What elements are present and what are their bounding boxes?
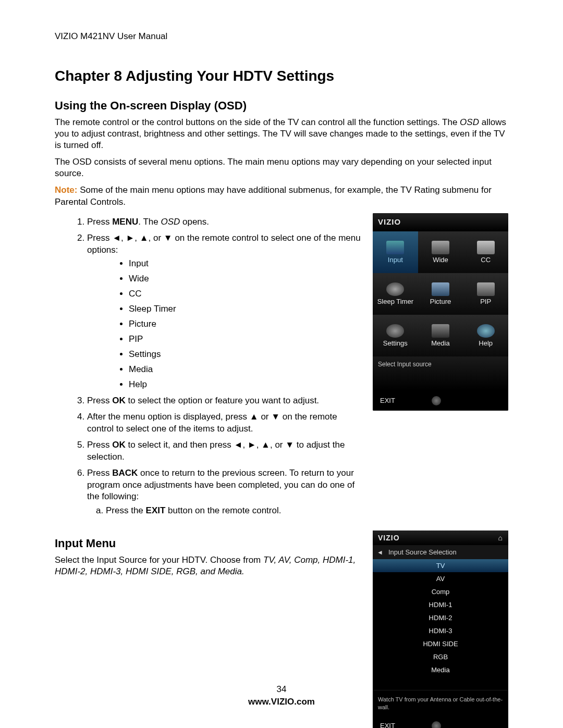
isrc-item-hdmi2[interactable]: HDMI-2 [373,611,508,624]
gear-icon [386,324,404,338]
home-icon[interactable] [432,721,441,728]
text: Press the [106,505,146,515]
osd-cell-label: Wide [433,256,448,264]
isrc-item-hdmi3[interactable]: HDMI-3 [373,624,508,637]
bullet-item: Help [129,379,362,391]
isrc-item-hdmi1[interactable]: HDMI-1 [373,598,508,611]
wide-icon [432,241,449,254]
isrc-brand-label: VIZIO [378,534,400,542]
osd-cell-media[interactable]: Media [418,315,463,356]
osd-cell-label: CC [481,256,491,264]
note-text: Some of the main menu options may have a… [55,185,492,206]
osd-cell-wide[interactable]: Wide [418,231,463,273]
text: The remote control or the control button… [55,117,460,127]
osd-cell-label: Input [388,256,403,264]
note-label: Note: [55,185,77,195]
osd-paragraph-1: The remote control or the control button… [55,117,508,151]
osd-cell-picture[interactable]: Picture [418,273,463,315]
osd-steps-row: Press MENU. The OSD opens. Press ◄, ►, ▲… [55,213,508,522]
isrc-title-label: Input Source Selection [388,548,457,556]
exit-button[interactable]: EXIT [380,722,395,728]
text: Press ◄, ►, ▲, or ▼ on the remote contro… [87,233,361,255]
sub-step-a: Press the EXIT button on the remote cont… [106,505,362,517]
isrc-item-media[interactable]: Media [373,663,508,676]
text: Press [87,396,112,405]
isrc-item-comp[interactable]: Comp [373,585,508,598]
input-menu-paragraph: Select the Input Source for your HDTV. C… [55,554,362,577]
clock-icon [386,282,404,296]
osd-main-menu-screenshot: VIZIO Input Wide CC Sleep Timer [373,213,508,411]
input-menu-text-col: Input Menu Select the Input Source for y… [55,530,362,583]
text-bold: EXIT [146,505,166,515]
osd-status-text: Select Input source [373,356,508,391]
bullet-item: Wide [129,273,362,285]
text-bold: MENU [112,217,138,227]
osd-cell-sleep-timer[interactable]: Sleep Timer [373,273,418,315]
isrc-item-rgb[interactable]: RGB [373,650,508,663]
text-italic: OSD [161,217,180,227]
back-arrow-icon[interactable]: ◄ [377,549,383,556]
isrc-item-hdmi-side[interactable]: HDMI SIDE [373,637,508,650]
text-bold: OK [112,396,126,405]
osd-cell-cc[interactable]: CC [463,231,508,273]
osd-grid: Input Wide CC Sleep Timer Picture [373,231,508,356]
step-2: Press ◄, ►, ▲, or ▼ on the remote contro… [87,232,362,391]
home-icon[interactable]: ⌂ [498,534,503,542]
osd-brand-label: VIZIO [373,213,508,231]
osd-cell-input[interactable]: Input [373,231,418,273]
isrc-item-av[interactable]: AV [373,572,508,585]
osd-note: Note: Some of the main menu options may … [55,184,508,207]
isrc-title-row: ◄ Input Source Selection [373,545,508,559]
text: opens. [180,217,209,227]
bullet-item: Picture [129,318,362,330]
bullet-item: Input [129,258,362,270]
text: to select the option or feature you want… [126,396,319,405]
text: Press [87,440,112,450]
sub-steps: Press the EXIT button on the remote cont… [87,505,362,517]
steps-list: Press MENU. The OSD opens. Press ◄, ►, ▲… [55,216,362,517]
cc-icon [477,241,495,254]
isrc-item-tv[interactable]: TV [373,559,508,572]
text: Press [87,468,112,478]
text-bold: BACK [112,468,138,478]
footer-url: www.VIZIO.com [0,697,563,707]
text: Select the Input Source for your HDTV. C… [55,555,263,565]
chapter-title: Chapter 8 Adjusting Your HDTV Settings [55,68,508,84]
step-4: After the menu option is displayed, pres… [87,411,362,435]
osd-cell-label: PIP [480,298,491,305]
bullet-item: PIP [129,334,362,346]
bullet-item: Sleep Timer [129,303,362,315]
picture-icon [432,282,449,296]
osd-paragraph-2: The OSD consists of several menu options… [55,156,508,179]
bullet-item: CC [129,288,362,300]
pip-icon [477,282,495,296]
bullet-item: Settings [129,349,362,361]
osd-cell-label: Picture [430,298,451,305]
osd-footer: EXIT [373,391,508,411]
text: . The [138,217,161,227]
osd-cell-settings[interactable]: Settings [373,315,418,356]
menu-options-bullets: Input Wide CC Sleep Timer Picture PIP Se… [87,258,362,390]
input-icon [386,241,404,254]
osd-cell-label: Settings [383,340,408,347]
text-bold: OK [112,440,126,450]
section-heading-osd: Using the On-screen Display (OSD) [55,99,508,113]
step-3: Press OK to select the option or feature… [87,395,362,407]
help-icon [477,324,495,338]
bullet-item: Media [129,364,362,376]
media-icon [432,324,449,338]
osd-cell-label: Help [479,340,493,347]
isrc-list: TV AV Comp HDMI-1 HDMI-2 HDMI-3 HDMI SID… [373,559,508,676]
page-number: 34 [0,684,563,695]
step-6: Press BACK once to return to the previou… [87,467,362,517]
home-icon[interactable] [432,396,441,405]
osd-cell-help[interactable]: Help [463,315,508,356]
osd-cell-label: Sleep Timer [377,298,413,305]
osd-cell-pip[interactable]: PIP [463,273,508,315]
isrc-footer: EXIT [373,716,508,728]
step-5: Press OK to select it, and then press ◄,… [87,439,362,463]
doc-header: VIZIO M421NV User Manual [55,31,508,42]
text-italic: OSD [460,117,479,127]
exit-button[interactable]: EXIT [380,397,395,404]
text: button on the remote control. [165,505,281,515]
